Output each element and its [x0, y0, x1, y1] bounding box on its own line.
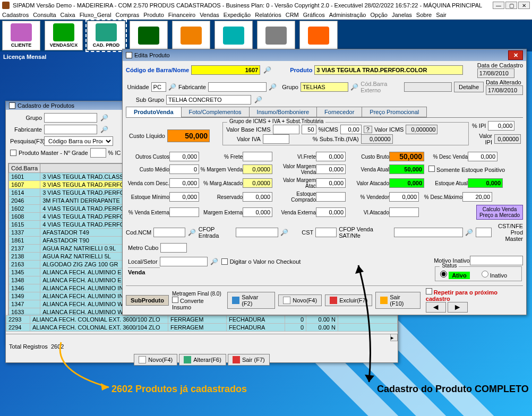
tab-1[interactable]: Foto/Complementos [181, 107, 250, 117]
calculo-venda-button[interactable]: Calculo VendaPreço a Mercado [476, 205, 523, 220]
cst-input[interactable] [315, 228, 337, 237]
tab-4[interactable]: Preço Promocional [362, 107, 427, 117]
menu-produto[interactable]: Produto [143, 12, 164, 18]
menu-sobre[interactable]: Sobre [416, 12, 432, 18]
menu-cadastros[interactable]: Cadastros [2, 12, 29, 18]
status-ativo[interactable]: Ativo [437, 272, 470, 279]
prev-button[interactable]: ◄ [426, 302, 446, 313]
digitar-check[interactable] [221, 258, 228, 265]
lookup-icon[interactable]: 🔎 [187, 228, 196, 237]
table-row[interactable]: 1347ALIANCA FECH. ALUMINIO W [9, 300, 132, 308]
motivo-inativo[interactable] [470, 256, 523, 265]
menu-expedição[interactable]: Expedição [224, 12, 251, 18]
menu-gráficos[interactable]: Gráficos [303, 12, 325, 18]
menu-compras[interactable]: Compras [116, 12, 140, 18]
tab-2[interactable]: Insumo/Bomboniere [249, 107, 317, 117]
grupo-input[interactable] [44, 113, 97, 123]
valor-iva[interactable] [263, 134, 289, 144]
lookup-icon[interactable]: 🔎 [253, 96, 263, 104]
repetir-check[interactable] [426, 288, 432, 294]
master-check[interactable] [10, 150, 16, 156]
scroll-right[interactable]: ▸ [390, 334, 398, 341]
menu-janelas[interactable]: Janelas [392, 12, 412, 18]
table-row[interactable]: 1346ALIANCA FECH. ALUMINIO IN [9, 284, 132, 292]
toolbar-btn-2[interactable]: CAD. PROD [87, 21, 125, 50]
fabricante-input[interactable] [44, 125, 97, 134]
table-row[interactable]: 1345ALIANCA FECH. ALUMINIO E [9, 268, 132, 276]
table-row[interactable]: 16143 VIAS TEGULA TRAD.PERFO [9, 189, 132, 197]
help-button[interactable]: ? [364, 126, 372, 133]
table-row[interactable]: 1348ALIANCA FECH. ALUMINIO E [9, 276, 132, 284]
sair-button[interactable]: Sair (F7) [228, 354, 270, 366]
table-row[interactable]: 1861AFASTADOR T90 [9, 237, 132, 245]
toolbar-btn-5[interactable] [214, 21, 253, 50]
maximize-button[interactable]: ▢ [505, 2, 517, 9]
menu-administração[interactable]: Administração [329, 12, 366, 18]
lookup-icon[interactable]: 🔎 [210, 257, 219, 266]
pct-icms[interactable] [302, 125, 316, 134]
table-row[interactable]: 2293ALIANCA FECH. COLONIAL EXT. 3600/100… [6, 316, 398, 324]
tab-3[interactable]: Fornecedor [316, 107, 362, 117]
close-icon[interactable]: ✕ [508, 50, 523, 60]
alterar-button[interactable]: Alterar(F6) [179, 354, 226, 366]
menu-crm[interactable]: CRM [286, 12, 299, 18]
toolbar-btn-6[interactable] [257, 21, 295, 50]
table-row[interactable]: 20463M FITA ANTI DERRAPANTE [9, 197, 132, 205]
lookup-icon[interactable]: 🔎 [168, 83, 176, 91]
menu-fluxo_geral[interactable]: Fluxo_Geral [80, 12, 111, 18]
lookup-icon[interactable]: 🔎 [99, 114, 109, 122]
local-input[interactable] [160, 257, 208, 266]
salvar-button[interactable]: Salvar (F2) [227, 292, 275, 309]
tab-0[interactable]: ProdutoVenda [126, 107, 182, 117]
lookup-icon[interactable]: 🔎 [262, 66, 272, 74]
table-row[interactable]: 1349ALIANCA FECH. ALUMINIO IN [9, 292, 132, 300]
lookup-icon[interactable]: 🔎 [280, 228, 289, 237]
lookup-icon[interactable]: 🔎 [350, 83, 358, 91]
toolbar-btn-1[interactable]: VENDAS/CX [45, 21, 83, 50]
novo-button[interactable]: Novo(F4) [278, 294, 322, 306]
metro-cubo[interactable] [160, 243, 187, 253]
next-button[interactable]: ► [448, 302, 468, 313]
table-row[interactable]: 2163ALGODAO ZIG ZAG 100 GR [9, 261, 132, 268]
subproduto-button[interactable]: SubProduto [126, 295, 169, 306]
menu-consulta[interactable]: Consulta [33, 12, 56, 18]
custo-liquido[interactable] [167, 129, 210, 142]
lookup-icon[interactable]: 🔎 [465, 228, 474, 237]
grade-input[interactable] [90, 148, 106, 158]
table-row[interactable]: 2294ALIANCA FECH. COLONIAL EXT. 3600/104… [6, 324, 398, 332]
subgrupo-input[interactable] [166, 95, 251, 105]
codigo-input[interactable] [191, 65, 260, 75]
table-row[interactable]: 16013 VIAS TEGULA TRAD.CLASS [9, 173, 132, 181]
table-row[interactable]: 1337AFASTADOR T49 [9, 229, 132, 237]
toolbar-btn-3[interactable] [130, 21, 168, 50]
toolbar-btn-0[interactable]: CLIENTE [2, 21, 40, 50]
lookup-icon[interactable]: 🔎 [99, 125, 109, 134]
menu-caixa[interactable]: Caixa [61, 12, 75, 18]
table-row[interactable]: 16073 VIAS TEGULA TRAD.PERFO [9, 181, 132, 189]
table-row[interactable]: 16154 VIAS TEGULA TRAD.PERFO [9, 221, 132, 229]
converte-check[interactable]: Converte Insumo [172, 298, 204, 310]
table-row[interactable]: 16084 VIAS TEGULA TRAD.PERFO [9, 213, 132, 221]
fabricante-input[interactable] [208, 82, 267, 92]
close-button[interactable]: ✕ [518, 2, 530, 9]
menu-relatórios[interactable]: Relatórios [255, 12, 281, 18]
menu-sair[interactable]: Sair [436, 12, 447, 18]
toolbar-btn-7[interactable] [299, 21, 338, 50]
grupo-input[interactable] [301, 82, 348, 92]
detalhe-button[interactable]: Detalhe [454, 82, 484, 92]
pesquisa-select[interactable]: Código Barra ou Produto [44, 136, 113, 146]
lookup-icon[interactable]: 🔎 [269, 83, 277, 91]
product-grid-tail[interactable]: 2293ALIANCA FECH. COLONIAL EXT. 3600/100… [6, 315, 398, 332]
minimize-button[interactable]: — [493, 2, 504, 9]
menu-vendas[interactable]: Vendas [200, 12, 219, 18]
cfop-venda[interactable] [394, 228, 463, 237]
table-row[interactable]: 2137AGUA RAZ NATRIELLI 0.9L [9, 245, 132, 253]
table-row[interactable]: 16024 VIAS TEGULA TRAD.PERFO [9, 205, 132, 213]
pct-ipi[interactable] [488, 121, 514, 131]
status-inativo[interactable]: Inativo [479, 272, 507, 279]
ncm-input[interactable] [153, 228, 185, 237]
produto-input[interactable] [314, 65, 463, 75]
cfop-entrada[interactable] [236, 228, 278, 237]
menu-opção[interactable]: Opção [370, 12, 387, 18]
product-grid[interactable]: Cód.Barra16013 VIAS TEGULA TRAD.CLASS160… [8, 163, 132, 322]
